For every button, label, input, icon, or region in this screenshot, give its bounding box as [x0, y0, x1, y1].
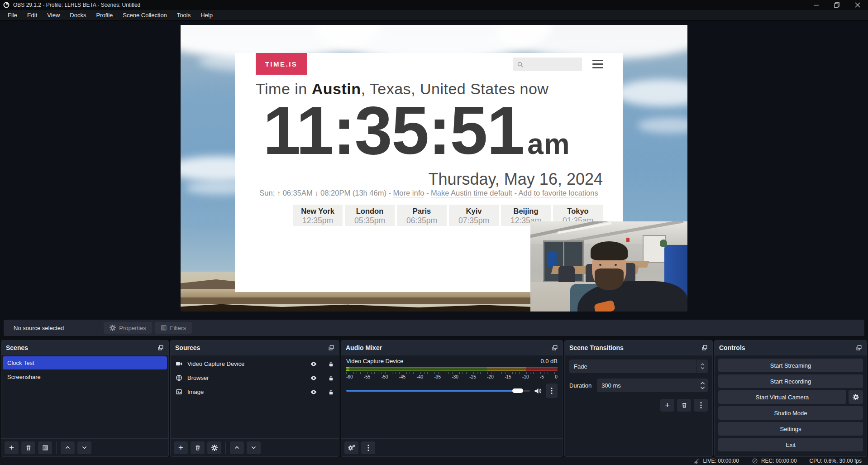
sources-panel-header[interactable]: Sources	[171, 340, 339, 355]
virtual-camera-config-button[interactable]	[849, 390, 863, 404]
lock-icon[interactable]	[328, 375, 334, 381]
sources-panel: Sources Video Capture Device Browser	[170, 340, 339, 457]
source-row-image[interactable]: Image	[171, 385, 339, 399]
close-button[interactable]	[847, 0, 868, 10]
scene-item-screenshare[interactable]: Screenshare	[3, 370, 167, 384]
transition-select[interactable]: Fade	[569, 360, 708, 373]
toolbar-separator	[225, 442, 226, 454]
studio-mode-button[interactable]: Studio Mode	[718, 406, 863, 420]
status-bar: LIVE: 00:00:00 REC: 00:00:00 CPU: 0.6%, …	[0, 457, 868, 465]
menu-file[interactable]: File	[3, 10, 22, 20]
cloud	[615, 79, 687, 106]
mixer-channel-menu-button[interactable]	[546, 384, 558, 398]
window-title: OBS 29.1.2 - Profile: LLHLS BETA - Scene…	[13, 2, 140, 8]
city-newyork[interactable]: New York12:35pm	[293, 205, 343, 226]
scenes-panel-title: Scenes	[6, 344, 28, 351]
source-properties-button[interactable]	[207, 441, 221, 454]
scene-transitions-panel: Scene Transitions Fade Duration 300 ms	[564, 340, 713, 457]
filters-button[interactable]: Filters	[155, 322, 192, 334]
visibility-eye-icon[interactable]	[310, 374, 317, 382]
menubar: File Edit View Docks Profile Scene Colle…	[0, 10, 868, 21]
city-london[interactable]: London05:35pm	[345, 205, 395, 226]
add-transition-button[interactable]: +	[660, 399, 674, 412]
menu-profile[interactable]: Profile	[91, 10, 118, 20]
lock-icon[interactable]	[328, 361, 334, 367]
scenes-list: Clock Test Screenshare	[1, 355, 168, 438]
source-row-video-capture[interactable]: Video Capture Device	[171, 357, 339, 371]
person-eye	[599, 264, 601, 266]
duration-spinbox[interactable]: 300 ms	[597, 379, 708, 392]
scenes-panel-header[interactable]: Scenes	[1, 340, 168, 355]
make-default-link[interactable]: Make Austin time default	[431, 189, 512, 197]
exit-button[interactable]: Exit	[718, 438, 863, 451]
menu-scene-collection[interactable]: Scene Collection	[118, 10, 172, 20]
start-streaming-button[interactable]: Start Streaming	[718, 359, 863, 372]
audio-mixer-title: Audio Mixer	[346, 344, 382, 351]
hamburger-menu-icon[interactable]	[592, 60, 603, 68]
minimize-button[interactable]	[806, 0, 826, 10]
add-source-button[interactable]: +	[174, 441, 188, 454]
visibility-eye-icon[interactable]	[310, 388, 317, 396]
mixer-menu-button[interactable]	[361, 441, 375, 454]
volume-slider[interactable]	[346, 390, 530, 392]
preview-area[interactable]: TIME.IS Time in Austin, Texas, United St…	[0, 21, 868, 320]
advanced-audio-button[interactable]	[344, 441, 358, 454]
audio-mixer-header[interactable]: Audio Mixer	[341, 340, 563, 355]
properties-button[interactable]: Properties	[104, 322, 152, 334]
add-scene-button[interactable]: +	[5, 441, 19, 454]
popout-icon[interactable]	[701, 345, 708, 351]
restore-button[interactable]	[826, 0, 847, 10]
window-controls	[806, 0, 868, 10]
move-source-up-button[interactable]	[230, 441, 244, 454]
menu-edit[interactable]: Edit	[22, 10, 42, 20]
scene-filters-button[interactable]	[38, 441, 52, 454]
remove-transition-button[interactable]	[677, 399, 691, 412]
transitions-panel-header[interactable]: Scene Transitions	[565, 340, 712, 355]
lock-icon[interactable]	[328, 389, 334, 395]
filter-icon	[161, 325, 167, 331]
start-virtual-camera-button[interactable]: Start Virtual Camera	[718, 390, 846, 404]
audio-mixer-panel: Audio Mixer Video Capture Device 0.0 dB …	[341, 340, 563, 457]
add-favorite-link[interactable]: Add to favorite locations	[519, 189, 598, 197]
popout-icon[interactable]	[856, 345, 862, 351]
more-info-link[interactable]: More info	[393, 189, 424, 197]
move-source-down-button[interactable]	[247, 441, 261, 454]
move-scene-up-button[interactable]	[61, 441, 75, 454]
menu-docks[interactable]: Docks	[65, 10, 91, 20]
plant	[660, 240, 667, 247]
cpu-status: CPU: 0.6%, 30.00 fps	[810, 458, 862, 464]
scene-canvas[interactable]: TIME.IS Time in Austin, Texas, United St…	[181, 25, 687, 312]
speaker-icon[interactable]	[534, 387, 542, 395]
timeis-search-input[interactable]	[513, 58, 582, 71]
remove-source-button[interactable]	[191, 441, 205, 454]
timeis-logo[interactable]: TIME.IS	[256, 53, 307, 75]
popout-icon[interactable]	[328, 345, 334, 351]
city-kyiv[interactable]: Kyiv07:35pm	[449, 205, 499, 226]
move-scene-down-button[interactable]	[77, 441, 91, 454]
scenes-toolbar: +	[1, 438, 168, 456]
menu-help[interactable]: Help	[196, 10, 218, 20]
controls-panel-header[interactable]: Controls	[715, 340, 867, 355]
volume-meter	[346, 367, 558, 369]
menu-view[interactable]: View	[42, 10, 65, 20]
mixer-channel: Video Capture Device 0.0 dB -60-55-50-45…	[341, 355, 563, 438]
menu-tools[interactable]: Tools	[172, 10, 196, 20]
settings-button[interactable]: Settings	[718, 422, 863, 436]
mixer-level-db: 0.0 dB	[540, 358, 558, 364]
remove-scene-button[interactable]	[21, 441, 35, 454]
volume-slider-handle[interactable]	[512, 388, 523, 393]
volume-meter	[346, 369, 558, 371]
popout-icon[interactable]	[157, 345, 164, 351]
transition-menu-button[interactable]	[694, 399, 708, 412]
city-paris[interactable]: Paris06:35pm	[397, 205, 447, 226]
person-beard	[595, 268, 624, 290]
source-row-browser[interactable]: Browser	[171, 371, 339, 385]
spin-arrows-icon[interactable]	[700, 382, 705, 389]
record-inactive-icon	[752, 458, 758, 464]
scene-item-clock-test[interactable]: Clock Test	[3, 356, 167, 369]
visibility-eye-icon[interactable]	[310, 360, 317, 368]
docks-row: Scenes Clock Test Screenshare + Sources	[0, 340, 868, 457]
obs-window: OBS 29.1.2 - Profile: LLHLS BETA - Scene…	[0, 0, 868, 465]
start-recording-button[interactable]: Start Recording	[718, 374, 863, 388]
popout-icon[interactable]	[552, 345, 558, 351]
